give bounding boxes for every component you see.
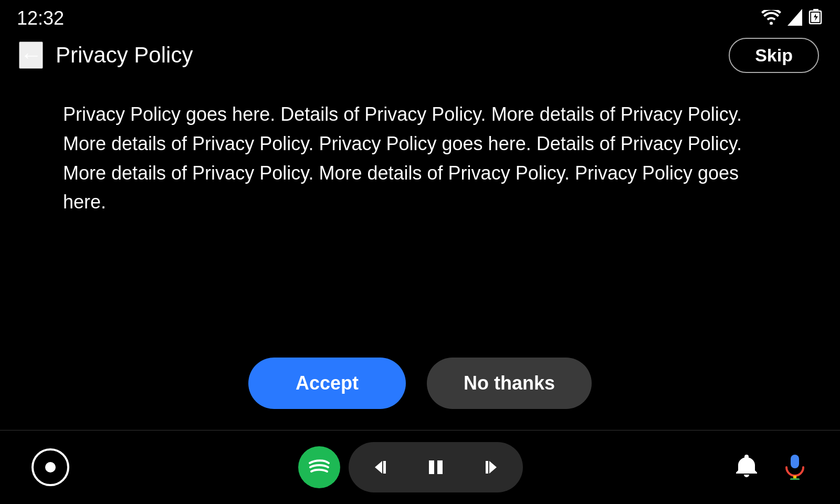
svg-marker-0 <box>788 9 802 26</box>
svg-rect-10 <box>486 461 488 474</box>
svg-marker-5 <box>375 461 382 474</box>
no-thanks-button[interactable]: No thanks <box>427 358 592 409</box>
page-title: Privacy Policy <box>56 43 193 68</box>
nav-left <box>32 448 80 486</box>
nav-right <box>733 453 808 482</box>
app-bar-left: ← Privacy Policy <box>19 41 193 69</box>
record-dot <box>45 462 56 472</box>
policy-text: Privacy Policy goes here. Details of Pri… <box>63 100 777 217</box>
status-time: 12:32 <box>17 7 64 29</box>
status-icons <box>761 9 823 28</box>
svg-rect-13 <box>790 478 800 480</box>
battery-icon <box>808 9 823 28</box>
prev-button[interactable] <box>357 456 410 479</box>
svg-marker-9 <box>489 461 497 474</box>
bottom-nav <box>0 430 840 504</box>
media-controls-pill <box>349 442 523 492</box>
skip-button[interactable]: Skip <box>729 38 819 73</box>
main-content: ← Privacy Policy Skip Privacy Policy goe… <box>0 32 840 430</box>
signal-icon <box>788 9 802 28</box>
nav-center <box>80 442 733 492</box>
spotify-icon[interactable] <box>298 446 340 488</box>
record-button[interactable] <box>32 448 69 486</box>
svg-rect-6 <box>383 461 386 474</box>
next-button[interactable] <box>462 456 514 479</box>
status-bar: 12:32 <box>0 0 840 32</box>
svg-rect-2 <box>813 9 818 11</box>
mic-icon[interactable] <box>781 453 808 482</box>
svg-rect-8 <box>437 460 443 474</box>
back-button[interactable]: ← <box>19 41 43 69</box>
svg-rect-11 <box>791 455 799 468</box>
wifi-icon <box>761 10 781 27</box>
pause-button[interactable] <box>410 456 462 479</box>
app-bar: ← Privacy Policy Skip <box>0 32 840 79</box>
notification-icon[interactable] <box>733 453 760 482</box>
svg-rect-7 <box>429 460 434 474</box>
action-buttons: Accept No thanks <box>0 326 840 430</box>
accept-button[interactable]: Accept <box>248 358 406 409</box>
content-area: Privacy Policy goes here. Details of Pri… <box>0 79 840 326</box>
